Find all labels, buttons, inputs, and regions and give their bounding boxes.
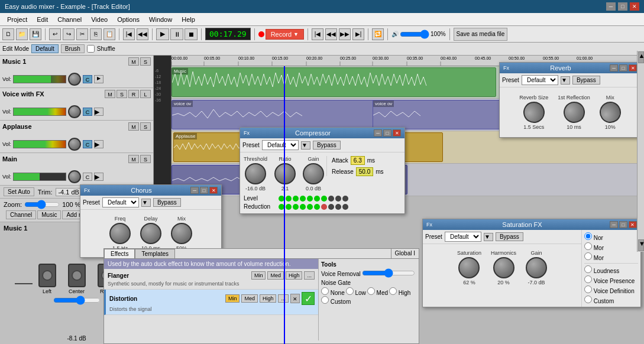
track4-pan-knob[interactable]	[68, 170, 81, 183]
sat-gain-knob[interactable]	[526, 257, 547, 278]
shuffle-checkbox[interactable]	[87, 45, 95, 53]
reverb-size-knob[interactable]	[519, 98, 548, 126]
loop-btn[interactable]: 🔁	[372, 28, 384, 40]
menu-project[interactable]: Project	[2, 15, 32, 24]
track3-c-btn[interactable]: C	[83, 140, 92, 148]
flanger-more-btn[interactable]: ...	[304, 271, 315, 280]
effects-tab[interactable]: Effects	[104, 249, 135, 258]
menu-channel[interactable]: Channel	[53, 15, 86, 24]
begin-btn[interactable]: |◀	[312, 28, 323, 40]
compressor-minimize-btn[interactable]: ─	[374, 129, 382, 137]
distortion-min-btn[interactable]: Min	[225, 294, 240, 303]
close-btn[interactable]: ✕	[630, 2, 639, 11]
ng-high-radio[interactable]	[389, 287, 397, 295]
master-volume-slider[interactable]	[400, 31, 429, 38]
track4-arrow-btn[interactable]: ▶	[94, 173, 103, 181]
track4-m-btn[interactable]: M	[128, 155, 139, 163]
prev-btn2[interactable]: ◀◀	[137, 28, 148, 40]
track2-c-btn[interactable]: C	[83, 108, 92, 116]
flanger-min-btn[interactable]: Min	[251, 271, 266, 280]
distortion-med-btn[interactable]: Med	[241, 294, 258, 303]
chorus-preset-select[interactable]: Default	[102, 197, 139, 207]
track4-s-btn[interactable]: S	[140, 155, 151, 163]
ng-med-radio[interactable]	[367, 287, 375, 295]
undo-btn[interactable]: ↩	[49, 28, 61, 40]
track2-l-btn[interactable]: L	[140, 90, 151, 98]
pause-btn[interactable]: ⏸	[170, 28, 183, 40]
sat-harmonics-knob[interactable]	[493, 257, 514, 278]
music-clip[interactable]: Music	[171, 67, 496, 97]
chorus-close-btn[interactable]: ✕	[209, 187, 218, 194]
record-dropdown-icon[interactable]: ▼	[293, 31, 299, 37]
set-auto-btn[interactable]: Set Auto	[4, 187, 34, 196]
minimize-btn[interactable]: ─	[606, 2, 616, 11]
save-media-btn[interactable]: Save as media file	[454, 28, 508, 41]
reverb-minimize-btn[interactable]: ─	[610, 64, 618, 72]
menu-window[interactable]: Window	[144, 15, 177, 24]
open-btn[interactable]: 📁	[16, 28, 28, 40]
track1-pan-knob[interactable]	[68, 73, 81, 86]
compressor-preset-btn[interactable]: ▼	[301, 141, 310, 150]
saturation-bypass-btn[interactable]: Bypass	[496, 232, 523, 241]
maximize-btn[interactable]: □	[618, 2, 627, 11]
record-btn[interactable]: Record ▼	[266, 29, 304, 40]
sat-radio-mor1-input[interactable]	[584, 242, 592, 250]
default-mode-btn[interactable]: Default	[31, 44, 59, 53]
new-btn[interactable]: 🗋	[2, 28, 14, 40]
flanger-med-btn[interactable]: Med	[267, 271, 284, 280]
track3-m-btn[interactable]: M	[128, 122, 139, 131]
play-btn[interactable]: ▶	[156, 28, 169, 40]
saturation-preset-btn[interactable]: ▼	[484, 233, 493, 241]
balance-slider[interactable]	[53, 297, 101, 304]
sat-radio-mor2-input[interactable]	[584, 252, 592, 260]
templates-tab[interactable]: Templates	[135, 249, 175, 258]
saturation-maximize-btn[interactable]: □	[619, 221, 627, 228]
track2-arrow-btn[interactable]: ▶	[94, 108, 103, 116]
chorus-minimize-btn[interactable]: ─	[190, 187, 199, 194]
compressor-bypass-btn[interactable]: Bypass	[313, 141, 341, 150]
reverb-title-bar[interactable]: Fx Reverb ─ □ ✕	[500, 63, 640, 73]
copy-btn[interactable]: ⎘	[90, 28, 102, 40]
sat-radio-nor-input[interactable]	[584, 232, 592, 240]
channel-btn[interactable]: Channel	[6, 210, 36, 219]
chorus-maximize-btn[interactable]: □	[200, 187, 208, 194]
track2-r-btn[interactable]: R	[128, 90, 139, 98]
compressor-preset-select[interactable]: Default	[262, 140, 299, 150]
comp-attack-val[interactable]: 6.3	[351, 156, 365, 165]
menu-edit[interactable]: Edit	[32, 15, 53, 24]
reverb-maximize-btn[interactable]: □	[619, 64, 627, 72]
saturation-preset-select[interactable]: Default	[445, 232, 481, 242]
saturation-title-bar[interactable]: Fx Saturation FX ─ □ ✕	[423, 219, 640, 230]
ng-none-radio[interactable]	[321, 287, 329, 295]
chorus-mix-knob[interactable]	[171, 223, 192, 244]
distortion-remove-btn[interactable]: ✕	[290, 294, 300, 303]
compressor-maximize-btn[interactable]: □	[383, 129, 391, 137]
sat-radio-voice-def-input[interactable]	[584, 285, 592, 293]
track1-s-btn[interactable]: S	[140, 57, 151, 66]
compressor-close-btn[interactable]: ✕	[393, 129, 401, 137]
paste-btn[interactable]: 📋	[103, 28, 115, 40]
saturation-close-btn[interactable]: ✕	[629, 221, 637, 228]
zoom-slider[interactable]	[24, 201, 60, 208]
track1-m-btn[interactable]: M	[128, 57, 139, 66]
compressor-title-bar[interactable]: Fx Compressor ─ □ ✕	[240, 128, 404, 138]
cut-btn[interactable]: ✂	[76, 28, 88, 40]
track2-m-btn[interactable]: M	[105, 90, 115, 98]
reverb-mix-knob[interactable]	[598, 100, 623, 125]
voice-removal-slider[interactable]	[362, 270, 415, 276]
fwd-btn[interactable]: ▶▶	[339, 28, 351, 40]
track4-c-btn[interactable]: C	[83, 173, 92, 181]
chorus-bypass-btn[interactable]: Bypass	[153, 198, 181, 207]
saturation-minimize-btn[interactable]: ─	[610, 221, 618, 228]
track2-pan-knob[interactable]	[68, 105, 81, 118]
chorus-preset-btn[interactable]: ▼	[141, 199, 151, 207]
comp-release-val[interactable]: 50.0	[356, 167, 373, 176]
chorus-delay-knob[interactable]	[140, 223, 161, 244]
ng-low-radio[interactable]	[346, 287, 354, 295]
sat-radio-custom-input[interactable]	[584, 296, 592, 303]
track1-c-btn[interactable]: C	[83, 75, 92, 83]
end-btn[interactable]: ▶|	[352, 28, 364, 40]
track3-arrow-btn[interactable]: ▶	[94, 140, 103, 148]
ng-custom-radio[interactable]	[321, 296, 329, 304]
track3-pan-knob[interactable]	[68, 138, 81, 151]
